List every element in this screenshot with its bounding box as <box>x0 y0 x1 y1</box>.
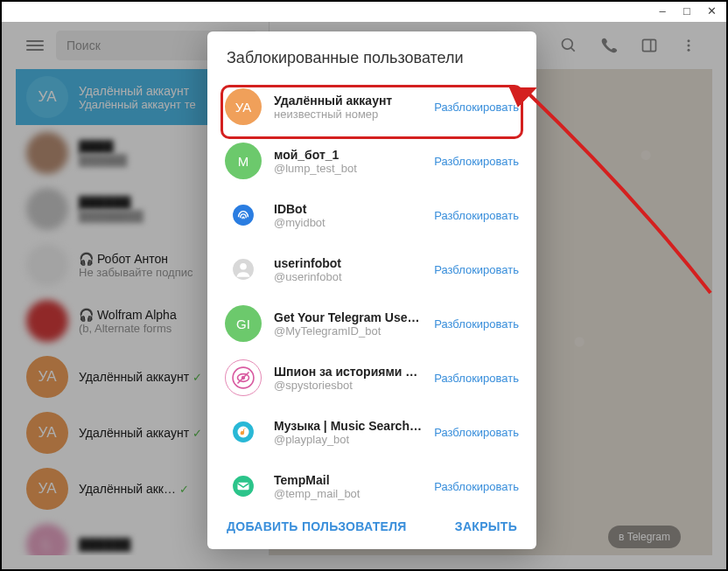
window-close-button[interactable]: ✕ <box>705 5 718 17</box>
unblock-button[interactable]: Разблокировать <box>434 209 519 222</box>
unblock-button[interactable]: Разблокировать <box>434 480 519 493</box>
user-name: userinfobot <box>274 256 422 270</box>
user-info: мой_бот_1@lump_test_bot <box>274 148 422 175</box>
blocked-user-row[interactable]: Музыка | Music Search…@playplay_botРазбл… <box>207 405 536 459</box>
blocked-user-row[interactable]: УАУдалённый аккаунтнеизвестный номерРазб… <box>207 80 536 134</box>
unblock-button[interactable]: Разблокировать <box>434 263 519 276</box>
unblock-button[interactable]: Разблокировать <box>434 372 519 385</box>
user-name: Удалённый аккаунт <box>274 94 422 108</box>
svg-rect-17 <box>238 483 249 491</box>
window-minimize-button[interactable]: – <box>656 5 668 17</box>
unblock-button[interactable]: Разблокировать <box>434 317 519 331</box>
svg-point-9 <box>240 263 247 270</box>
user-info: IDBot@myidbot <box>274 202 422 229</box>
user-subtitle: @MyTelegramID_bot <box>274 324 422 338</box>
avatar: GI <box>225 305 262 342</box>
user-subtitle: @playplay_bot <box>274 433 422 446</box>
close-button[interactable]: ЗАКРЫТЬ <box>455 519 517 533</box>
blocked-users-modal: Заблокированные пользователи УАУдалённый… <box>207 31 536 549</box>
user-subtitle: @myidbot <box>274 216 422 229</box>
avatar: М <box>225 143 262 179</box>
user-info: Удалённый аккаунтнеизвестный номер <box>274 94 422 121</box>
user-name: Шпион за историями … <box>274 365 422 379</box>
user-info: TempMail@temp_mail_bot <box>274 473 422 500</box>
avatar <box>225 414 262 450</box>
avatar <box>225 197 262 233</box>
avatar <box>225 359 262 396</box>
user-info: userinfobot@userinfobot <box>274 256 422 283</box>
unblock-button[interactable]: Разблокировать <box>434 155 519 168</box>
blocked-user-row[interactable]: GIGet Your Telegram User…@MyTelegramID_b… <box>207 296 536 351</box>
blocked-users-list: УАУдалённый аккаунтнеизвестный номерРазб… <box>207 80 536 504</box>
blocked-user-row[interactable]: Шпион за историями …@spystoriesbotРазбло… <box>207 351 536 405</box>
user-info: Get Your Telegram User…@MyTelegramID_bot <box>274 310 422 338</box>
modal-title: Заблокированные пользователи <box>207 31 536 80</box>
blocked-user-row[interactable]: TempMail@temp_mail_botРазблокировать <box>207 459 536 504</box>
user-name: мой_бот_1 <box>274 148 422 162</box>
user-subtitle: @lump_test_bot <box>274 162 422 175</box>
user-name: Get Your Telegram User… <box>274 310 422 324</box>
avatar <box>225 251 262 288</box>
user-name: Музыка | Music Search… <box>274 419 422 433</box>
user-subtitle: @spystoriesbot <box>274 379 422 392</box>
unblock-button[interactable]: Разблокировать <box>434 426 519 439</box>
user-info: Шпион за историями …@spystoriesbot <box>274 365 422 392</box>
user-subtitle: @userinfobot <box>274 270 422 283</box>
blocked-user-row[interactable]: userinfobot@userinfobotРазблокировать <box>207 242 536 296</box>
window-titlebar: – □ ✕ <box>0 0 728 22</box>
user-name: TempMail <box>274 473 422 487</box>
blocked-user-row[interactable]: Ммой_бот_1@lump_test_botРазблокировать <box>207 134 536 188</box>
avatar: УА <box>225 88 262 125</box>
user-subtitle: @temp_mail_bot <box>274 487 422 500</box>
user-info: Музыка | Music Search…@playplay_bot <box>274 419 422 446</box>
modal-footer: ДОБАВИТЬ ПОЛЬЗОВАТЕЛЯ ЗАКРЫТЬ <box>207 504 536 549</box>
avatar <box>225 468 262 504</box>
user-subtitle: неизвестный номер <box>274 108 422 121</box>
svg-point-7 <box>233 205 254 226</box>
add-user-button[interactable]: ДОБАВИТЬ ПОЛЬЗОВАТЕЛЯ <box>227 519 407 533</box>
blocked-user-row[interactable]: IDBot@myidbotРазблокировать <box>207 188 536 242</box>
user-name: IDBot <box>274 202 422 216</box>
window-maximize-button[interactable]: □ <box>681 5 693 17</box>
unblock-button[interactable]: Разблокировать <box>434 101 519 114</box>
